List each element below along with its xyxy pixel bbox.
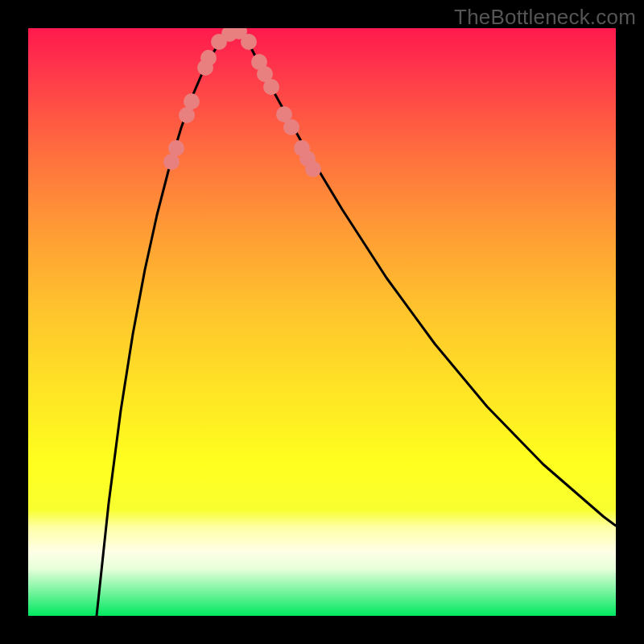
marker-point <box>179 107 195 123</box>
marker-point <box>184 93 200 109</box>
series-left-curve <box>97 34 229 616</box>
marker-point <box>163 154 180 170</box>
marker-point <box>200 50 217 66</box>
series-right-curve <box>244 34 616 526</box>
chart-svg <box>28 28 616 616</box>
chart-frame: TheBottleneck.com <box>0 0 644 644</box>
marker-group <box>163 28 321 177</box>
marker-point <box>305 161 321 177</box>
marker-point <box>241 34 257 50</box>
marker-point <box>263 79 279 95</box>
marker-point <box>168 140 184 156</box>
marker-point <box>283 119 299 135</box>
curve-group <box>97 31 616 616</box>
watermark-text: TheBottleneck.com <box>454 5 636 30</box>
plot-area <box>28 28 616 616</box>
